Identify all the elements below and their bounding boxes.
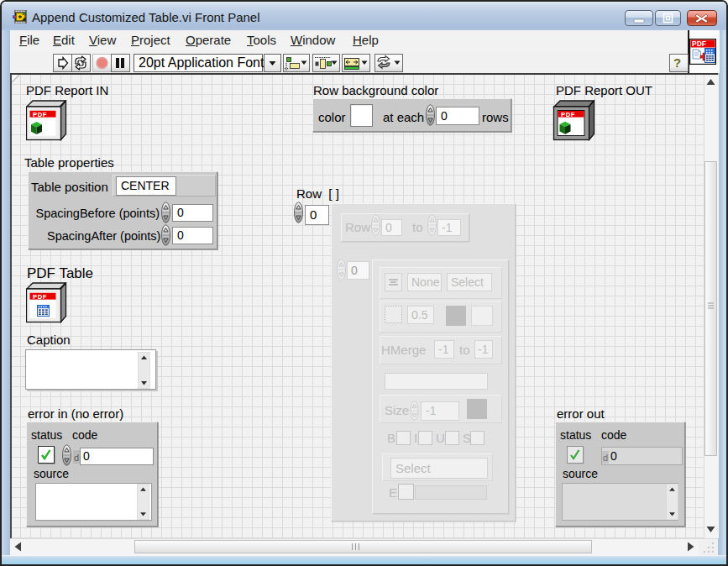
svg-text:PDF: PDF — [692, 39, 706, 48]
svg-text:PDF: PDF — [561, 111, 575, 118]
